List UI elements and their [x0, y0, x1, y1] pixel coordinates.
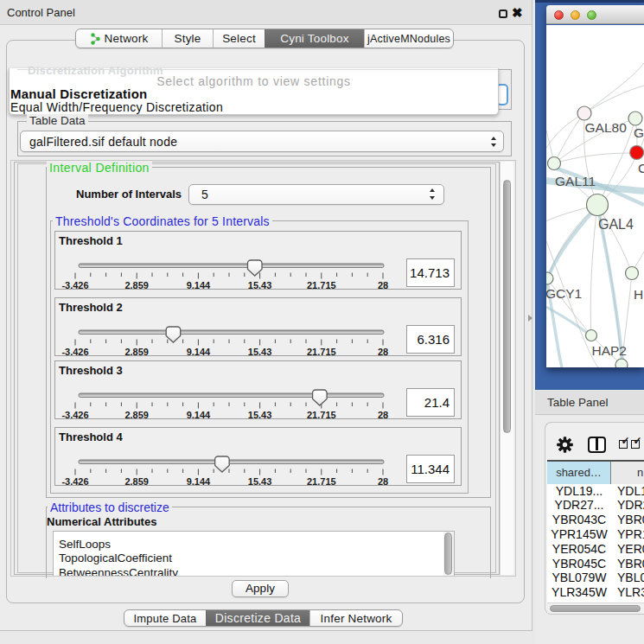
- svg-text:GA: GA: [634, 125, 644, 140]
- svg-text:21.715: 21.715: [307, 410, 336, 419]
- svg-text:15.43: 15.43: [248, 347, 272, 356]
- svg-text:9.144: 9.144: [187, 280, 211, 290]
- svg-text:-3.426: -3.426: [61, 410, 88, 419]
- svg-text:28: 28: [378, 280, 388, 290]
- svg-text:9.144: 9.144: [187, 347, 211, 356]
- svg-text:28: 28: [378, 476, 388, 486]
- svg-text:2.859: 2.859: [124, 476, 149, 486]
- svg-text:HAP2: HAP2: [592, 343, 628, 358]
- svg-text:2.859: 2.859: [124, 410, 149, 419]
- svg-text:GCY1: GCY1: [546, 286, 582, 301]
- svg-text:15.43: 15.43: [248, 410, 272, 419]
- svg-text:-3.426: -3.426: [61, 280, 88, 290]
- svg-text:-3.426: -3.426: [61, 347, 88, 356]
- svg-text:GAL80: GAL80: [585, 120, 628, 135]
- svg-text:28: 28: [378, 347, 388, 356]
- svg-text:15.43: 15.43: [248, 476, 272, 486]
- svg-text:15.43: 15.43: [248, 280, 272, 290]
- svg-text:2.859: 2.859: [124, 280, 149, 290]
- svg-text:GAL11: GAL11: [555, 174, 596, 188]
- svg-text:-3.426: -3.426: [61, 476, 88, 486]
- svg-text:9.144: 9.144: [187, 410, 211, 419]
- svg-text:21.715: 21.715: [307, 280, 336, 290]
- svg-text:21.715: 21.715: [307, 476, 336, 486]
- svg-text:21.715: 21.715: [307, 347, 336, 356]
- svg-text:9.144: 9.144: [187, 476, 211, 486]
- svg-text:2.859: 2.859: [124, 347, 149, 356]
- svg-text:C: C: [638, 161, 644, 175]
- svg-text:28: 28: [378, 410, 388, 419]
- svg-text:H: H: [634, 287, 643, 302]
- svg-text:GAL4: GAL4: [598, 217, 634, 232]
